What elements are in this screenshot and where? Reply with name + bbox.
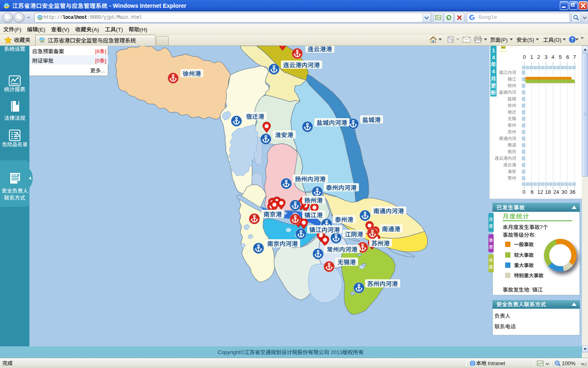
svg-text:Intranet: Intranet: [486, 361, 505, 366]
svg-text:]: ]: [105, 58, 106, 64]
svg-text::: :: [529, 287, 532, 293]
svg-text:(H): (H): [140, 27, 147, 33]
svg-text:(T): (T): [116, 27, 123, 33]
svg-text:(S): (S): [527, 37, 534, 43]
svg-text:...: ...: [101, 67, 105, 74]
svg-text:(V): (V): [62, 27, 69, 33]
svg-text:(F): (F): [14, 27, 21, 33]
svg-text:[0: [0: [95, 58, 100, 64]
svg-text:?: ?: [571, 37, 574, 43]
svg-text:[8: [8: [95, 48, 100, 54]
svg-text:2013: 2013: [329, 349, 343, 355]
svg-text:(E): (E): [38, 27, 45, 33]
svg-text:]: ]: [105, 48, 106, 54]
svg-text:- Windows Internet Explorer: - Windows Internet Explorer: [108, 2, 187, 9]
svg-text:(A): (A): [92, 27, 99, 33]
svg-text:(O): (O): [554, 37, 561, 43]
svg-text:7: 7: [540, 224, 543, 230]
svg-text::: :: [535, 232, 536, 238]
svg-text:Copyright©: Copyright©: [218, 349, 245, 355]
svg-text:(P): (P): [501, 37, 508, 43]
